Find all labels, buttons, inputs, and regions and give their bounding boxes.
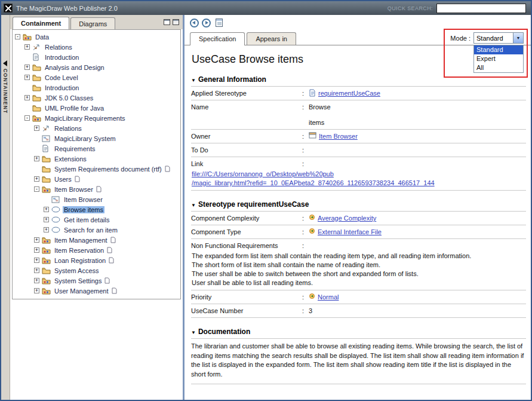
- section-header[interactable]: Documentation: [191, 327, 526, 336]
- expand-toggle[interactable]: +: [34, 278, 39, 283]
- tree-item[interactable]: +Extensions: [13, 154, 180, 164]
- tree-item[interactable]: -MagicLibrary Requirements: [13, 113, 180, 123]
- tree-item[interactable]: +Item Reservation: [13, 245, 180, 255]
- mode-option-expert[interactable]: Expert: [474, 54, 523, 63]
- collapse-panel-icon[interactable]: [3, 60, 7, 66]
- tree-item[interactable]: +Browse items: [13, 204, 180, 215]
- tree-item[interactable]: +System Settings: [13, 276, 180, 286]
- mode-option-standard[interactable]: Standard: [474, 45, 523, 54]
- tree-item[interactable]: -Data: [13, 32, 180, 42]
- tree-item[interactable]: +JDK 5.0 Classes: [13, 93, 180, 103]
- forward-icon[interactable]: [202, 19, 211, 27]
- expand-toggle[interactable]: +: [24, 65, 30, 70]
- expand-toggle[interactable]: +: [44, 227, 49, 232]
- collapse-toggle[interactable]: -: [34, 186, 39, 192]
- expand-toggle[interactable]: +: [34, 125, 39, 131]
- tree-item-label[interactable]: Relations: [53, 125, 83, 132]
- tree-item[interactable]: -Item Browser: [13, 184, 180, 194]
- tree-item-label[interactable]: Item Browser: [53, 186, 94, 193]
- tree-item-label[interactable]: MagicLibrary System: [53, 135, 117, 142]
- tree-item[interactable]: +Item Management: [13, 235, 180, 245]
- tree-item[interactable]: Requirements: [13, 143, 180, 154]
- tree-item[interactable]: +Get item details: [13, 215, 180, 225]
- tree-item-label[interactable]: Get item details: [63, 216, 110, 224]
- tree-item-label[interactable]: Analysis and Design: [44, 64, 106, 71]
- expand-toggle[interactable]: +: [24, 75, 30, 80]
- tab-specification[interactable]: Specification: [190, 32, 245, 45]
- tree-item-label[interactable]: User Management: [53, 287, 110, 295]
- tree-item-label[interactable]: Item Reservation: [53, 247, 105, 254]
- tree-item-label[interactable]: Loan Registration: [53, 257, 107, 264]
- tree-item-label[interactable]: Users: [53, 176, 73, 183]
- value-link[interactable]: requirementUseCase: [318, 89, 380, 97]
- tree-item-label[interactable]: Relations: [44, 44, 73, 51]
- tree-item[interactable]: +User Management: [13, 286, 180, 296]
- tree-item[interactable]: +Search for an item: [13, 225, 180, 235]
- expand-toggle[interactable]: +: [34, 247, 39, 253]
- expand-toggle[interactable]: +: [34, 176, 39, 182]
- expand-toggle[interactable]: +: [34, 288, 39, 293]
- tree-item[interactable]: Introduction: [13, 52, 180, 62]
- tree-item[interactable]: +Loan Registration: [13, 255, 180, 265]
- tree-item-label[interactable]: System Access: [53, 267, 100, 274]
- tree-item-label[interactable]: Introduction: [44, 54, 80, 61]
- tree-item[interactable]: +System Access: [13, 265, 180, 276]
- tree-item[interactable]: +Relations: [13, 123, 180, 133]
- expand-toggle[interactable]: +: [34, 258, 39, 263]
- tree-item[interactable]: Introduction: [13, 82, 180, 93]
- tree-item[interactable]: UML Profile for Java: [13, 103, 180, 113]
- expand-toggle[interactable]: +: [34, 268, 39, 273]
- collapse-toggle[interactable]: -: [15, 34, 20, 39]
- value-link[interactable]: External Interface File: [318, 228, 382, 236]
- tab-containment[interactable]: Containment: [13, 17, 69, 29]
- tab-appears-in[interactable]: Appears in: [247, 32, 296, 45]
- tab-diagrams[interactable]: Diagrams: [70, 17, 115, 29]
- float-window-icon[interactable]: [164, 19, 170, 25]
- mode-label: Mode :: [450, 35, 471, 42]
- expand-toggle[interactable]: +: [34, 237, 39, 243]
- tree-item-label[interactable]: JDK 5.0 Classes: [44, 94, 94, 102]
- expand-toggle[interactable]: +: [44, 217, 49, 222]
- tree-item[interactable]: +Relations: [13, 42, 180, 52]
- expand-toggle[interactable]: +: [34, 156, 39, 161]
- tree-item-label[interactable]: UML Profile for Java: [44, 105, 105, 112]
- report-icon[interactable]: [216, 19, 223, 27]
- back-icon[interactable]: [190, 19, 199, 27]
- quick-search-input[interactable]: [436, 4, 526, 13]
- tree-item[interactable]: MagicLibrary System: [13, 133, 180, 143]
- tree-item-label[interactable]: Browse items: [63, 206, 104, 213]
- expand-toggle[interactable]: +: [24, 44, 30, 50]
- expand-toggle[interactable]: +: [44, 207, 49, 212]
- tree-item-label[interactable]: Item Browser: [63, 196, 104, 203]
- chevron-down-icon[interactable]: [513, 33, 523, 43]
- collapse-toggle[interactable]: -: [24, 115, 30, 121]
- value-link[interactable]: Item Browser: [319, 132, 358, 140]
- element-url-link[interactable]: file:///C:/Users/ornanong_o/Desktop/web%…: [192, 170, 435, 186]
- value-link[interactable]: Average Complexity: [318, 214, 376, 222]
- toggle-spacer: [24, 85, 30, 90]
- doc-icon: [32, 53, 42, 61]
- tree-item[interactable]: Item Browser: [13, 194, 180, 204]
- tree-item-label[interactable]: Requirements: [53, 145, 96, 152]
- tree-item-label[interactable]: System Settings: [53, 277, 103, 284]
- mode-select[interactable]: Standard: [473, 32, 524, 44]
- new-window-icon[interactable]: [173, 19, 179, 25]
- expand-toggle[interactable]: +: [24, 95, 30, 100]
- tree-item-label[interactable]: Data: [34, 33, 50, 41]
- tree-item-label[interactable]: Code Level: [44, 74, 79, 81]
- toggle-spacer: [24, 105, 30, 111]
- section-header[interactable]: Stereotype requirementUseCase: [191, 200, 526, 209]
- tree-item-label[interactable]: Search for an item: [63, 226, 119, 234]
- containment-rail: CONTAINMENT: [1, 15, 10, 400]
- mode-option-all[interactable]: All: [474, 63, 523, 72]
- tree-item-label[interactable]: Introduction: [44, 84, 80, 91]
- tree-item-label[interactable]: Item Management: [53, 237, 109, 244]
- tree-item[interactable]: System Requirements document (rtf): [13, 164, 180, 174]
- tree-item-label[interactable]: MagicLibrary Requirements: [44, 115, 127, 122]
- value-link[interactable]: Normal: [318, 293, 339, 301]
- tree-item[interactable]: +Code Level: [13, 72, 180, 82]
- tree-item[interactable]: +Analysis and Design: [13, 62, 180, 72]
- tree-item-label[interactable]: Extensions: [53, 155, 88, 163]
- tree-item[interactable]: +Users: [13, 174, 180, 184]
- tree-item-label[interactable]: System Requirements document (rtf): [53, 166, 163, 173]
